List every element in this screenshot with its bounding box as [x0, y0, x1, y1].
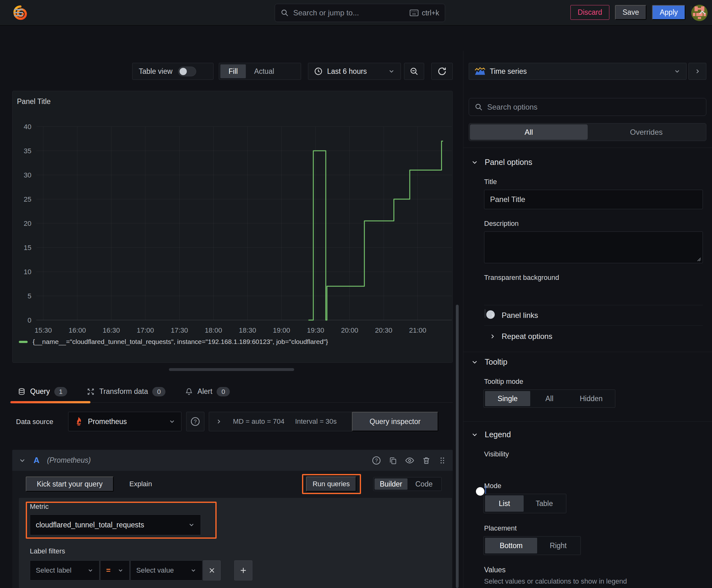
edit-actions: Discard Save Apply [570, 5, 708, 20]
panel-preview: Panel Title 051015202530354015:3016:0016… [12, 91, 453, 363]
svg-text:19:00: 19:00 [273, 327, 290, 334]
options-search-input[interactable] [487, 103, 700, 111]
query-help-icon[interactable]: ? [372, 456, 381, 465]
tab-transform-data[interactable]: Transform data 0 [79, 381, 174, 402]
time-series-chart[interactable]: 051015202530354015:3016:0016:3017:0017:3… [13, 91, 452, 362]
actual-option[interactable]: Actual [246, 64, 282, 78]
prometheus-icon [74, 417, 84, 426]
title-field-label: Title [484, 178, 497, 186]
chevron-down-icon [388, 68, 395, 75]
tooltip-mode-label: Tooltip mode [484, 378, 523, 386]
chevron-down-icon [471, 358, 478, 366]
search-icon [281, 9, 289, 17]
select-label-dropdown[interactable]: Select label [30, 560, 100, 581]
database-icon [18, 387, 26, 396]
time-range-label: Last 6 hours [327, 67, 367, 76]
description-field-label: Description [484, 219, 519, 228]
svg-text:30: 30 [24, 171, 31, 179]
apply-button[interactable]: Apply [652, 5, 685, 20]
operator-dropdown[interactable]: = [100, 560, 130, 581]
legend-mode-list[interactable]: List [485, 495, 524, 512]
query-datasource-hint: (Prometheus) [47, 456, 91, 465]
tooltip-single-option[interactable]: Single [485, 391, 530, 406]
duplicate-query-icon[interactable] [389, 456, 397, 465]
tab-all[interactable]: All [470, 124, 588, 140]
tooltip-mode-switch: Single All Hidden [483, 390, 615, 408]
svg-text:16:00: 16:00 [69, 327, 86, 334]
builder-option[interactable]: Builder [374, 478, 408, 490]
zoom-out-icon [409, 67, 419, 76]
code-option[interactable]: Code [408, 478, 440, 490]
chevron-right-icon[interactable] [215, 418, 222, 425]
legend-series-label[interactable]: {__name__="cloudflared_tunnel_total_requ… [33, 338, 328, 345]
options-search[interactable] [469, 98, 706, 116]
search-input[interactable] [293, 8, 405, 17]
query-section-tabs: Query 1 Transform data 0 Alert 0 [9, 381, 453, 403]
tooltip-section-header[interactable]: Tooltip [471, 357, 507, 366]
repeat-options-section[interactable]: Repeat options [489, 332, 552, 341]
panel-options-section-header[interactable]: Panel options [471, 158, 533, 167]
toggle-visibility-icon[interactable] [405, 456, 414, 465]
resize-corner-icon[interactable] [696, 257, 701, 261]
description-textarea[interactable] [484, 231, 703, 263]
legend-section-header[interactable]: Legend [471, 430, 511, 439]
time-range-picker[interactable]: Last 6 hours [308, 63, 401, 80]
save-button[interactable]: Save [615, 5, 646, 20]
fill-option[interactable]: Fill [220, 64, 246, 78]
kick-start-query-button[interactable]: Kick start your query [26, 477, 114, 491]
chevron-down-icon [188, 521, 195, 528]
collapse-options-pane-icon[interactable] [697, 7, 708, 18]
global-search[interactable]: ctrl+k [275, 4, 445, 22]
pane-resize-handle[interactable] [169, 368, 294, 371]
delete-query-icon[interactable] [422, 456, 431, 465]
svg-text:20: 20 [24, 219, 31, 227]
options-filter-tabs: All Overrides [469, 123, 706, 141]
builder-code-switch: Builder Code [373, 477, 442, 491]
visualization-picker[interactable]: Time series [469, 63, 687, 80]
open-viz-suggestions-button[interactable] [688, 63, 706, 80]
svg-text:17:00: 17:00 [136, 327, 154, 334]
remove-filter-button[interactable] [203, 560, 221, 581]
query-inspector-button[interactable]: Query inspector [352, 412, 438, 431]
tooltip-all-option[interactable]: All [530, 391, 569, 406]
transparent-background-toggle[interactable] [485, 309, 486, 318]
chevron-right-icon [489, 312, 496, 319]
add-filter-button[interactable] [234, 560, 253, 581]
svg-text:10: 10 [24, 268, 31, 276]
metric-select[interactable]: cloudflared_tunnel_total_requests [30, 514, 201, 535]
section-divider [463, 148, 712, 148]
chevron-down-icon[interactable] [19, 457, 26, 464]
datasource-help-button[interactable]: ? [186, 412, 204, 431]
select-value-dropdown[interactable]: Select value [130, 560, 202, 581]
svg-text:15:30: 15:30 [35, 327, 52, 334]
discard-button[interactable]: Discard [570, 5, 609, 20]
mega-menu-toggle[interactable] [13, 6, 24, 19]
query-row-actions: ? [372, 456, 447, 465]
zoom-out-time-button[interactable] [404, 63, 424, 80]
table-view-toggle[interactable] [178, 67, 196, 76]
panel-title-input[interactable] [490, 195, 697, 204]
query-row-header[interactable]: A (Prometheus) ? [12, 450, 453, 471]
tab-query[interactable]: Query 1 [9, 381, 75, 402]
drag-handle-icon[interactable] [438, 456, 447, 465]
tooltip-hidden-option[interactable]: Hidden [568, 391, 614, 406]
tab-alert[interactable]: Alert 0 [177, 381, 238, 402]
legend-placement-right[interactable]: Right [537, 538, 579, 553]
legend-placement-label: Placement [484, 524, 517, 532]
datasource-picker[interactable]: Prometheus [68, 412, 181, 431]
section-divider [463, 421, 712, 422]
panel-links-section[interactable]: Panel links [489, 311, 538, 320]
run-queries-button[interactable]: Run queries [306, 477, 356, 491]
chart-legend[interactable]: {__name__="cloudflared_tunnel_total_requ… [19, 338, 328, 345]
vertical-scrollbar[interactable] [456, 305, 459, 588]
legend-placement-bottom[interactable]: Bottom [485, 538, 537, 553]
section-divider [484, 305, 703, 305]
plus-icon [239, 566, 248, 575]
chevron-right-icon [694, 68, 701, 75]
refresh-icon [437, 67, 447, 76]
chevron-down-icon [674, 68, 681, 75]
refresh-button[interactable] [431, 63, 453, 80]
legend-values-hint: Select values or calculations to show in… [484, 577, 627, 586]
legend-mode-table[interactable]: Table [524, 495, 565, 512]
tab-overrides[interactable]: Overrides [588, 124, 706, 140]
